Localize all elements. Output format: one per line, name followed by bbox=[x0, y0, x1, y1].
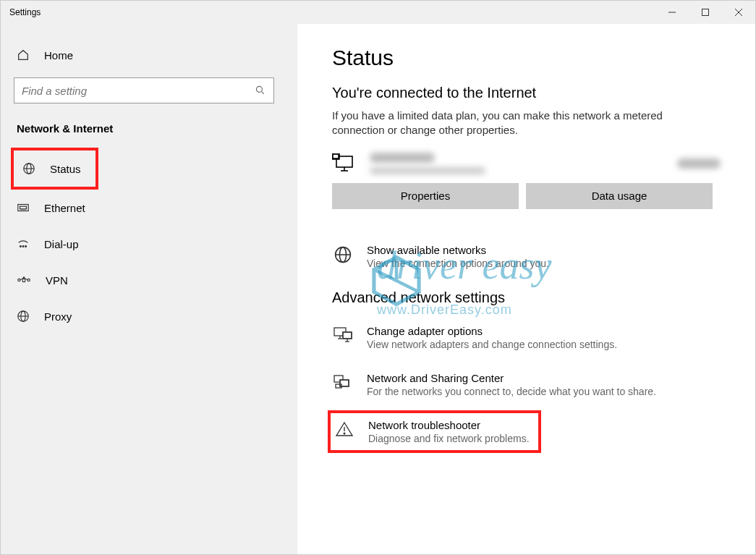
window-title: Settings bbox=[9, 7, 41, 17]
svg-rect-1 bbox=[702, 9, 709, 16]
search-input[interactable] bbox=[22, 85, 255, 97]
adapter-options-desc: View network adapters and change connect… bbox=[367, 339, 617, 350]
svg-point-18 bbox=[27, 279, 30, 281]
properties-button[interactable]: Properties bbox=[332, 183, 519, 209]
sidebar-item-proxy[interactable]: Proxy bbox=[1, 298, 297, 334]
svg-point-14 bbox=[20, 246, 22, 247]
page-title: Status bbox=[332, 46, 721, 70]
troubleshoot-title: Network troubleshooter bbox=[368, 419, 530, 431]
sidebar-item-vpn[interactable]: VPN bbox=[1, 262, 297, 298]
category-label: Network & Internet bbox=[1, 116, 297, 148]
connection-status-title: You're connected to the Internet bbox=[332, 85, 721, 101]
svg-line-5 bbox=[262, 92, 264, 94]
watermark-logo bbox=[370, 254, 423, 308]
search-box[interactable] bbox=[14, 77, 274, 103]
highlight-troubleshoot: Network troubleshooter Diagnose and fix … bbox=[328, 410, 541, 453]
sharing-icon bbox=[333, 373, 353, 391]
home-label: Home bbox=[44, 49, 73, 62]
sidebar-item-dialup[interactable]: Dial-up bbox=[1, 226, 297, 262]
sharing-title: Network and Sharing Center bbox=[367, 372, 656, 384]
svg-point-4 bbox=[256, 86, 262, 92]
adapter-options-row[interactable]: Change adapter options View network adap… bbox=[332, 316, 721, 363]
minimize-icon bbox=[668, 9, 676, 16]
ethernet-icon bbox=[17, 201, 30, 214]
sidebar-item-label: Status bbox=[50, 163, 81, 175]
close-icon bbox=[735, 9, 742, 16]
close-button[interactable] bbox=[722, 1, 755, 24]
svg-point-16 bbox=[25, 246, 27, 247]
search-icon bbox=[255, 85, 266, 96]
svg-point-15 bbox=[22, 246, 24, 247]
dialup-icon bbox=[17, 237, 30, 250]
troubleshoot-desc: Diagnose and fix network problems. bbox=[368, 433, 530, 444]
troubleshoot-row[interactable]: Network troubleshooter Diagnose and fix … bbox=[334, 416, 530, 447]
adapter-options-title: Change adapter options bbox=[367, 325, 617, 337]
sharing-desc: For the networks you connect to, decide … bbox=[367, 386, 656, 397]
highlight-status: Status bbox=[11, 148, 98, 190]
title-bar: Settings bbox=[1, 1, 755, 24]
vpn-icon bbox=[17, 274, 31, 287]
sidebar-item-label: Ethernet bbox=[44, 202, 85, 214]
sidebar-item-status[interactable]: Status bbox=[14, 151, 95, 187]
sidebar: Home Network & Internet Status Ethernet … bbox=[1, 24, 297, 554]
maximize-button[interactable] bbox=[689, 1, 722, 24]
home-nav[interactable]: Home bbox=[1, 38, 297, 72]
sidebar-item-label: VPN bbox=[46, 274, 68, 287]
main-panel: Status You're connected to the Internet … bbox=[297, 24, 755, 554]
svg-point-17 bbox=[18, 279, 20, 281]
maximize-icon bbox=[702, 9, 709, 16]
sidebar-item-ethernet[interactable]: Ethernet bbox=[1, 190, 297, 226]
data-usage-button[interactable]: Data usage bbox=[526, 183, 713, 209]
home-icon bbox=[17, 48, 30, 62]
window-controls bbox=[655, 1, 755, 24]
svg-rect-19 bbox=[22, 279, 25, 281]
globe-icon bbox=[17, 310, 30, 323]
svg-rect-10 bbox=[20, 206, 27, 209]
sharing-center-row[interactable]: Network and Sharing Center For the netwo… bbox=[332, 363, 721, 410]
connection-status-desc: If you have a limited data plan, you can… bbox=[332, 109, 708, 138]
minimize-button[interactable] bbox=[655, 1, 689, 24]
svg-point-43 bbox=[344, 433, 345, 434]
warning-triangle-icon bbox=[335, 420, 354, 438]
globe-status-icon bbox=[22, 162, 35, 175]
sidebar-item-label: Dial-up bbox=[44, 238, 79, 250]
globe-icon bbox=[334, 245, 352, 264]
ethernet-monitor-icon bbox=[332, 153, 357, 174]
network-summary bbox=[332, 148, 721, 183]
sidebar-item-label: Proxy bbox=[44, 310, 72, 323]
svg-rect-34 bbox=[343, 332, 352, 339]
network-actions: Properties Data usage bbox=[332, 183, 721, 209]
adapter-icon bbox=[333, 326, 353, 344]
